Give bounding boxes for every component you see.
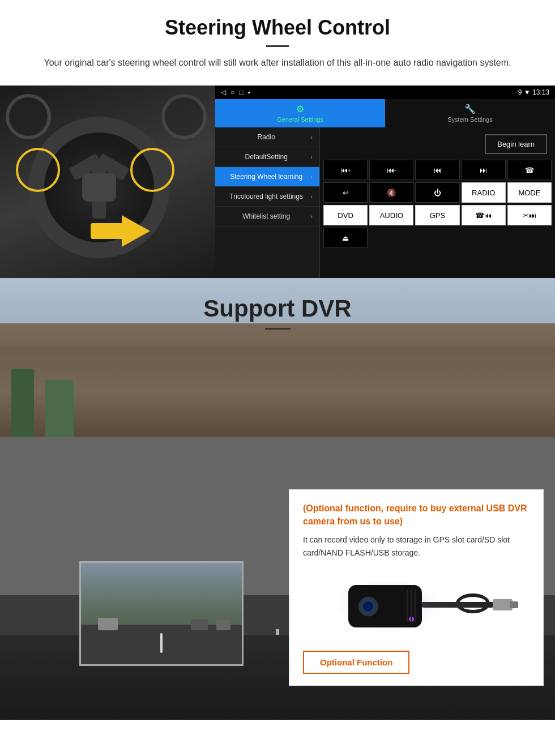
menu-steering-label: Steering Wheel learning (222, 173, 310, 181)
steering-subtitle: Your original car's steering wheel contr… (34, 56, 521, 70)
ctrl-eject[interactable]: ⏏ (323, 228, 368, 248)
dvr-title: Support DVR (0, 295, 555, 322)
ctrl-vol-down[interactable]: ⏮- (369, 160, 413, 180)
dvr-info-title: (Optional function, require to buy exter… (303, 502, 530, 528)
dvr-section: Support DVR (Optional function, require … (0, 278, 555, 720)
ctrl-mode[interactable]: MODE (507, 182, 552, 203)
ctrl-cut-next[interactable]: ✂⏭ (507, 205, 552, 225)
tab-system-label: System Settings (447, 116, 492, 123)
ctrl-vol-up[interactable]: ⏮+ (323, 160, 368, 180)
steering-title: Steering Wheel Control (23, 16, 532, 40)
ctrl-prev[interactable]: ⏮ (415, 160, 459, 180)
ctrl-mute[interactable]: 🔇 (369, 182, 413, 203)
ctrl-phone[interactable]: ☎ (507, 160, 552, 180)
home-icon: ○ (230, 88, 234, 96)
ctrl-gps[interactable]: GPS (415, 205, 459, 225)
ctrl-next[interactable]: ⏭ (462, 160, 506, 180)
time-display: 13:13 (532, 88, 549, 96)
menu-whitelist-label: Whitelist setting (222, 212, 310, 220)
chevron-right-icon: › (310, 213, 313, 220)
android-panel: ◁ ○ □ ▪ 9 ▼ 13:13 ⚙ General Settings 🔧 (215, 86, 555, 278)
steering-container: ◁ ○ □ ▪ 9 ▼ 13:13 ⚙ General Settings 🔧 (0, 86, 555, 278)
steering-section: Steering Wheel Control Your original car… (0, 0, 555, 278)
menu-radio-label: Radio (222, 133, 310, 141)
chevron-right-icon: › (310, 173, 313, 180)
android-content: Begin learn ⏮+ ⏮- ⏮ ⏭ ☎ ↩ 🔇 ⏻ (320, 127, 555, 278)
control-row-3: DVD AUDIO GPS ☎⏮ ✂⏭ (323, 205, 552, 225)
control-row-1: ⏮+ ⏮- ⏮ ⏭ ☎ (323, 160, 552, 180)
chevron-right-icon: › (310, 134, 313, 140)
android-statusbar: ◁ ○ □ ▪ 9 ▼ 13:13 (215, 86, 555, 99)
menu-tricoloured-label: Tricoloured light settings (222, 193, 310, 200)
statusbar-right: 9 ▼ 13:13 (518, 88, 549, 96)
ctrl-phone-prev[interactable]: ☎⏮ (462, 205, 506, 225)
recents-icon: □ (239, 88, 243, 96)
menu-item-default[interactable]: DefaultSetting › (215, 147, 319, 167)
dvr-camera-image (303, 568, 530, 642)
steering-photo (0, 86, 215, 278)
tab-general-label: General Settings (277, 116, 323, 123)
steering-header: Steering Wheel Control Your original car… (0, 0, 555, 75)
chevron-right-icon: › (310, 153, 313, 160)
dvr-divider (265, 328, 291, 330)
dvr-header: Support DVR (0, 278, 555, 341)
tab-system-settings[interactable]: 🔧 System Settings (385, 99, 555, 127)
tab-general-settings[interactable]: ⚙ General Settings (215, 99, 385, 127)
ctrl-power[interactable]: ⏻ (415, 182, 459, 203)
chevron-right-icon: › (310, 193, 313, 200)
menu-icon: ▪ (248, 88, 250, 96)
statusbar-left: ◁ ○ □ ▪ (221, 88, 250, 96)
dvr-info-text: It can record video only to storage in G… (303, 533, 530, 559)
menu-item-steering[interactable]: Steering Wheel learning › (215, 167, 319, 187)
control-row-4: ⏏ (323, 228, 552, 248)
android-body: Radio › DefaultSetting › Steering Wheel … (215, 127, 555, 278)
back-icon: ◁ (221, 88, 226, 96)
menu-default-label: DefaultSetting (222, 153, 310, 161)
menu-item-whitelist[interactable]: Whitelist setting › (215, 207, 319, 227)
begin-learn-button[interactable]: Begin learn (485, 134, 547, 154)
android-menu: Radio › DefaultSetting › Steering Wheel … (215, 127, 320, 278)
ctrl-audio[interactable]: AUDIO (369, 205, 413, 225)
system-icon: 🔧 (464, 104, 476, 114)
begin-learn-area: Begin learn (323, 131, 552, 157)
ctrl-hangup[interactable]: ↩ (323, 182, 368, 203)
menu-item-radio[interactable]: Radio › (215, 127, 319, 147)
dvr-inset-photo (79, 561, 244, 666)
settings-icon: ⚙ (296, 104, 304, 114)
dvr-info-card: (Optional function, require to buy exter… (289, 489, 544, 686)
optional-function-button[interactable]: Optional Function (303, 651, 409, 674)
ctrl-dvd[interactable]: DVD (323, 205, 368, 225)
menu-item-tricoloured[interactable]: Tricoloured light settings › (215, 187, 319, 207)
steering-divider (266, 45, 289, 47)
ctrl-radio[interactable]: RADIO (462, 182, 506, 203)
android-tabs: ⚙ General Settings 🔧 System Settings (215, 99, 555, 127)
control-row-2: ↩ 🔇 ⏻ RADIO MODE (323, 182, 552, 203)
signal-icon: 9 ▼ (518, 88, 532, 96)
